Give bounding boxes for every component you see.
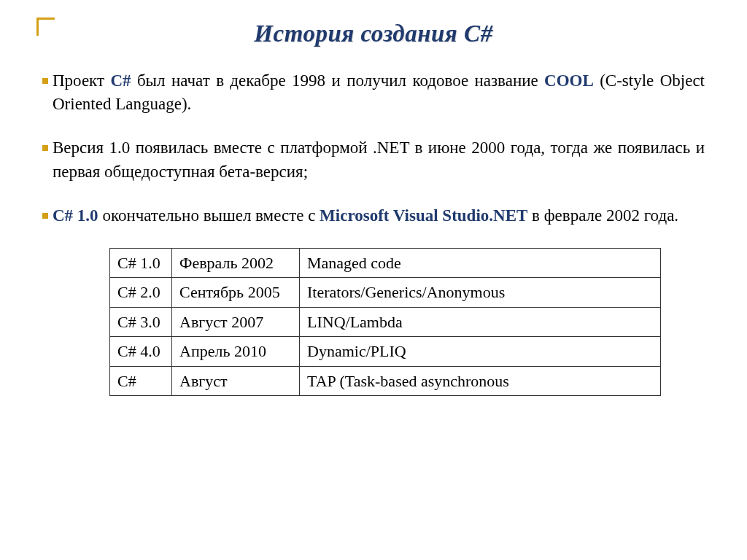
cell-date: Апрель 2010 [172, 337, 300, 367]
text: Проект [53, 71, 110, 90]
table-row: C# 2.0 Сентябрь 2005 Iterators/Generics/… [110, 278, 661, 308]
highlight: COOL [544, 71, 594, 90]
table-body: C# 1.0 Февраль 2002 Managed code C# 2.0 … [110, 248, 661, 396]
cell-date: Август [172, 366, 300, 396]
cell-date: Сентябрь 2005 [172, 278, 300, 308]
bullet-item: C# 1.0 окончательно вышел вместе с Micro… [42, 204, 705, 228]
versions-table: C# 1.0 Февраль 2002 Managed code C# 2.0 … [109, 248, 661, 397]
table-row: C# 3.0 Август 2007 LINQ/Lambda [110, 307, 661, 337]
cell-features: Dynamic/PLIQ [300, 337, 661, 367]
bullet-list: Проект C# был начат в декабре 1998 и пол… [36, 69, 711, 228]
table-row: C# 1.0 Февраль 2002 Managed code [110, 248, 661, 278]
cell-features: Managed code [300, 248, 661, 278]
text: Версия 1.0 появилась вместе с платформой… [53, 139, 705, 180]
table-row: C# Август TAP (Task-based asynchronous [110, 366, 661, 396]
cell-version: C# [110, 366, 172, 396]
bullet-item: Проект C# был начат в декабре 1998 и пол… [42, 69, 705, 116]
slide: История создания C# Проект C# был начат … [0, 0, 747, 560]
cell-version: C# 2.0 [110, 278, 172, 308]
decor-corner [36, 18, 55, 36]
cell-version: C# 1.0 [110, 248, 172, 278]
text: был начат в декабре 1998 и получил кодов… [131, 71, 545, 90]
highlight: Microsoft Visual Studio.NET [320, 206, 527, 225]
slide-title: История создания C# [36, 20, 711, 47]
bullet-item: Версия 1.0 появилась вместе с платформой… [42, 136, 705, 183]
highlight: C# 1.0 [53, 206, 98, 225]
cell-date: Февраль 2002 [172, 248, 300, 278]
cell-features: LINQ/Lambda [300, 307, 661, 337]
cell-version: C# 4.0 [110, 337, 172, 367]
text: в феврале 2002 года. [527, 206, 678, 225]
cell-features: Iterators/Generics/Anonymous [300, 278, 661, 308]
cell-features: TAP (Task-based asynchronous [300, 366, 661, 396]
cell-version: C# 3.0 [110, 307, 172, 337]
table-row: C# 4.0 Апрель 2010 Dynamic/PLIQ [110, 337, 661, 367]
highlight: C# [110, 71, 131, 90]
text: окончательно вышел вместе с [98, 206, 320, 225]
cell-date: Август 2007 [172, 307, 300, 337]
